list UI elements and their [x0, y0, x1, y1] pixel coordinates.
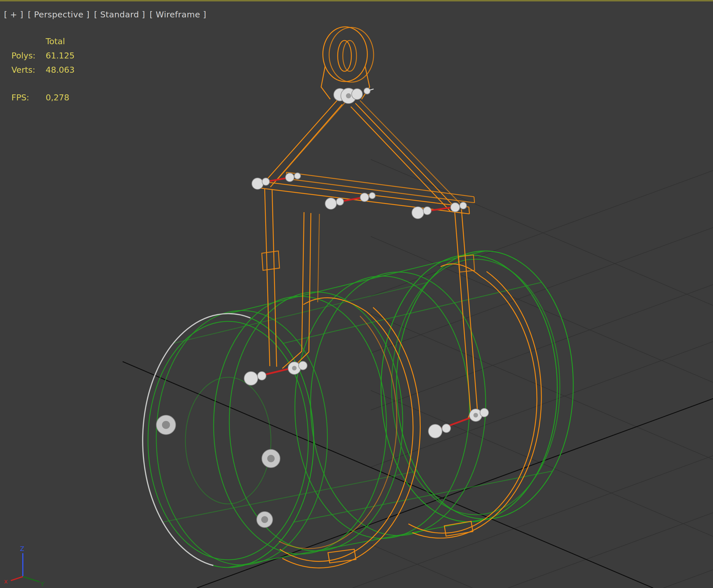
stats-polys-value: 61.125 — [46, 51, 75, 60]
viewport-menu-renderer[interactable]: [ Standard ] — [94, 10, 145, 19]
pivot-hardware — [244, 88, 488, 438]
axis-gizmo: Z Y x — [4, 545, 44, 588]
axis-x-label: x — [4, 578, 8, 585]
axis-y-label: Y — [40, 581, 44, 588]
stats-verts-value: 48.063 — [46, 65, 75, 75]
stats-fps-label: FPS: — [12, 93, 29, 102]
stats-total-header: Total — [46, 37, 65, 46]
axis-z-label: Z — [20, 545, 24, 552]
stats-verts-label: Verts: — [12, 65, 35, 75]
viewport-canvas[interactable]: Z Y x — [0, 0, 713, 588]
barrel-rim-highlight — [143, 314, 250, 565]
ground-grid — [123, 160, 713, 588]
stats-polys-label: Polys: — [12, 51, 35, 60]
axis-y-line — [23, 576, 39, 582]
axis-x-line — [11, 576, 23, 581]
viewport-menu-shading[interactable]: [ Wireframe ] — [150, 10, 207, 19]
viewport-label: [ + ] [ Perspective ] [ Standard ] [ Wir… — [4, 10, 208, 19]
barrel-wireframe — [143, 251, 573, 567]
viewport-menu-pov[interactable]: [ Perspective ] — [28, 10, 90, 19]
viewport-menu-general[interactable]: [ + ] — [4, 10, 23, 19]
stats-fps-value: 0,278 — [46, 93, 69, 102]
lifter-clamp-wireframe — [255, 27, 541, 568]
